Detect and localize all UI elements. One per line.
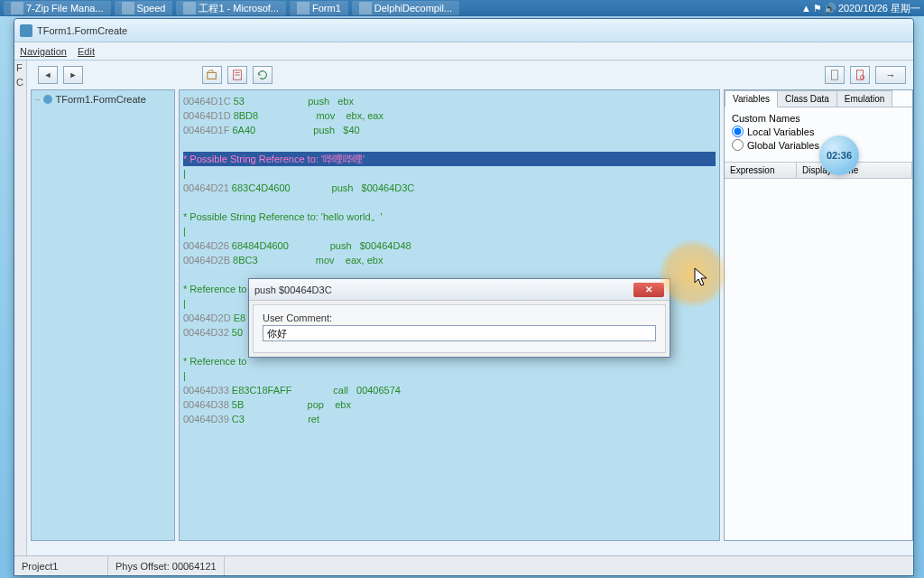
highlighted-line[interactable]: * Possible String Reference to: '哔哩哔哩'	[183, 152, 716, 166]
svg-point-6	[860, 75, 864, 79]
taskbar-item[interactable]: Speed	[115, 1, 173, 15]
tree-panel[interactable]: ··· TForm1.FormCreate	[31, 89, 175, 541]
app-icon	[359, 2, 372, 14]
window-title: TForm1.FormCreate	[37, 25, 127, 36]
tab-variables[interactable]: Variables	[725, 90, 778, 107]
clock-overlay: 02:36	[819, 135, 859, 175]
app-icon	[122, 2, 134, 14]
menubar: Navigation Edit	[14, 42, 913, 61]
close-button[interactable]: ✕	[633, 283, 664, 297]
tool-doc-icon[interactable]	[825, 66, 845, 84]
titlebar[interactable]: TForm1.FormCreate	[14, 19, 913, 42]
svg-rect-4	[832, 70, 838, 80]
tool-goto-icon[interactable]: →	[875, 66, 906, 84]
comment-input[interactable]	[263, 325, 656, 341]
right-tabs: Variables Class Data Emulation	[725, 90, 912, 107]
svg-rect-5	[857, 70, 864, 80]
taskbar: 7-Zip File Mana... Speed 工程1 - Microsof.…	[0, 0, 924, 16]
strip-c[interactable]: C	[14, 75, 26, 89]
comment-dialog: push $00464D3C ✕ User Comment:	[248, 278, 670, 358]
dialog-title: push $00464D3C	[254, 284, 633, 295]
variables-panel: Variables Class Data Emulation Custom Na…	[724, 89, 913, 541]
taskbar-item[interactable]: 7-Zip File Mana...	[4, 1, 111, 15]
tab-class-data[interactable]: Class Data	[777, 90, 837, 107]
tray-icon[interactable]: ▲	[801, 3, 811, 14]
tree-item[interactable]: ··· TForm1.FormCreate	[35, 94, 171, 105]
menu-edit[interactable]: Edit	[78, 46, 95, 57]
tool-doc2-icon[interactable]	[850, 66, 870, 84]
tree-connector-icon: ···	[35, 95, 40, 104]
nav-forward-button[interactable]: ►	[63, 66, 83, 84]
app-icon	[183, 2, 196, 14]
nav-back-button[interactable]: ◄	[38, 66, 58, 84]
tree-node-icon	[43, 95, 52, 104]
taskbar-item[interactable]: Form1	[290, 1, 348, 15]
strip-f[interactable]: F	[14, 61, 26, 75]
svg-rect-0	[208, 72, 217, 79]
status-project: Project1	[14, 556, 108, 575]
custom-names-group: Custom Names Local Variables Global Vari…	[725, 107, 912, 158]
tree-item-label: TForm1.FormCreate	[56, 94, 146, 105]
taskbar-tray: ▲ ⚑ 🔊 2020/10/26 星期一	[801, 2, 920, 15]
dialog-titlebar[interactable]: push $00464D3C ✕	[249, 279, 670, 301]
radio-local[interactable]	[732, 126, 744, 137]
taskbar-item[interactable]: 工程1 - Microsof...	[176, 1, 286, 15]
tab-emulation[interactable]: Emulation	[836, 90, 892, 107]
tray-datetime[interactable]: 2020/10/26 星期一	[838, 2, 920, 15]
toolbar: ◄ ► →	[31, 61, 913, 89]
tray-icon[interactable]: 🔊	[824, 3, 836, 14]
radio-global[interactable]	[732, 139, 744, 151]
app-icon	[11, 2, 23, 14]
custom-names-label: Custom Names	[732, 113, 905, 124]
window-icon	[20, 24, 32, 37]
tray-icon[interactable]: ⚑	[813, 3, 822, 14]
statusbar: Project1 Phys Offset: 00064121	[14, 555, 913, 575]
tool-note-icon[interactable]	[227, 66, 247, 84]
app-icon	[297, 2, 310, 14]
left-strip: F C	[14, 61, 27, 566]
tool-open-icon[interactable]	[202, 66, 222, 84]
tool-refresh-icon[interactable]	[253, 66, 273, 84]
radio-global-label: Global Variables	[747, 140, 819, 151]
dialog-label: User Comment:	[263, 312, 656, 323]
menu-navigation[interactable]: Navigation	[20, 46, 67, 57]
status-offset: Phys Offset: 00064121	[108, 556, 225, 575]
radio-local-label: Local Variables	[747, 126, 814, 137]
col-expression[interactable]: Expression	[725, 163, 797, 178]
variables-grid[interactable]: Expression Display Name	[725, 162, 912, 179]
taskbar-item[interactable]: DelphiDecompil...	[352, 1, 459, 15]
